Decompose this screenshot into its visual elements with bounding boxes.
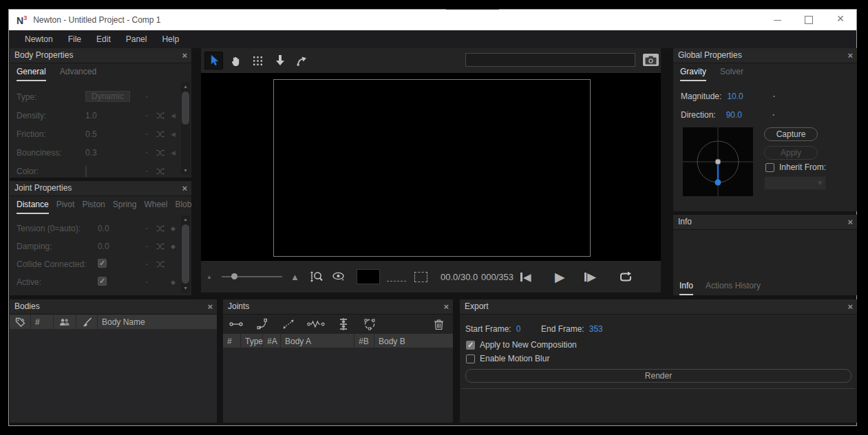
- tab-actions-history[interactable]: Actions History: [706, 281, 761, 295]
- tab-gravity[interactable]: Gravity: [680, 67, 706, 81]
- select-tool-button[interactable]: [204, 52, 223, 70]
- snapshot-camera-button[interactable]: [643, 54, 659, 66]
- capture-button[interactable]: Capture: [764, 127, 818, 141]
- pan-tool-button[interactable]: [226, 52, 245, 70]
- gravity-direction-widget[interactable]: [683, 127, 753, 196]
- distance-joint-icon[interactable]: [229, 319, 244, 330]
- tab-info[interactable]: Info: [679, 281, 693, 295]
- bodies-list[interactable]: [10, 329, 217, 423]
- simulation-canvas[interactable]: [201, 73, 661, 261]
- inherit-from-checkbox[interactable]: [765, 163, 774, 172]
- body-properties-scrollbar[interactable]: ▲ ▼: [181, 83, 190, 175]
- play-button[interactable]: ▶: [555, 261, 565, 293]
- randomize-icon[interactable]: [154, 168, 167, 175]
- tab-solver[interactable]: Solver: [720, 67, 743, 81]
- magnitude-value[interactable]: 10.0: [727, 92, 743, 101]
- collide-connected-checkbox[interactable]: [98, 259, 107, 268]
- zoom-slider-knob[interactable]: [231, 273, 237, 279]
- dashed-line-icon[interactable]: [387, 261, 406, 293]
- keyframe-diamond-icon[interactable]: ◆: [167, 243, 180, 250]
- export-close-icon[interactable]: [847, 299, 853, 314]
- randomize-icon[interactable]: [154, 112, 167, 119]
- menu-edit[interactable]: Edit: [89, 34, 118, 44]
- trash-icon[interactable]: [431, 319, 446, 330]
- prev-keyframe-icon[interactable]: ◀: [167, 131, 180, 138]
- spring-joint-icon[interactable]: [307, 319, 325, 329]
- zoom-in-icon[interactable]: ▲: [290, 261, 299, 293]
- keyframe-diamond-icon[interactable]: ◆: [167, 225, 180, 232]
- render-button[interactable]: Render: [465, 369, 851, 383]
- tab-piston[interactable]: Piston: [82, 200, 105, 214]
- snapshot-name-input[interactable]: [465, 53, 635, 67]
- start-frame-value[interactable]: 0: [516, 324, 521, 334]
- tab-blob[interactable]: Blob: [175, 200, 191, 214]
- menu-help[interactable]: Help: [154, 34, 187, 44]
- menu-newton[interactable]: Newton: [17, 34, 61, 44]
- zoom-slider[interactable]: [222, 261, 282, 293]
- zoom-out-icon[interactable]: ▲: [207, 261, 212, 293]
- blob-joint-icon[interactable]: [362, 317, 377, 331]
- wheel-joint-icon[interactable]: [336, 317, 351, 331]
- gravity-tool-button[interactable]: [271, 52, 289, 70]
- global-properties-close-icon[interactable]: [847, 48, 853, 63]
- step-forward-button[interactable]: ▶: [584, 261, 596, 293]
- end-frame-value[interactable]: 353: [589, 324, 603, 334]
- joints-close-icon[interactable]: [443, 299, 449, 314]
- prev-keyframe-icon[interactable]: ◀: [167, 112, 180, 119]
- joint-properties-close-icon[interactable]: [182, 181, 187, 195]
- visibility-button[interactable]: [332, 261, 346, 293]
- close-button[interactable]: [825, 10, 856, 30]
- randomize-icon[interactable]: [154, 243, 167, 250]
- scroll-down-icon[interactable]: ▼: [181, 167, 190, 174]
- bodies-close-icon[interactable]: [207, 299, 213, 314]
- damping-value[interactable]: 0.0: [98, 242, 140, 251]
- keyframe-dot-icon[interactable]: ·: [772, 110, 775, 120]
- background-color-swatch[interactable]: [357, 261, 380, 293]
- tab-distance[interactable]: Distance: [17, 200, 49, 214]
- prev-keyframe-icon[interactable]: ◀: [167, 149, 180, 156]
- scrollbar-thumb[interactable]: [182, 92, 189, 125]
- loop-button[interactable]: [619, 261, 633, 293]
- apply-to-new-composition-checkbox[interactable]: [466, 341, 475, 350]
- apply-button[interactable]: Apply: [764, 146, 818, 160]
- selection-region-icon[interactable]: [414, 261, 427, 293]
- throw-tool-button[interactable]: [293, 52, 311, 70]
- maximize-button[interactable]: [793, 10, 825, 30]
- scroll-up-icon[interactable]: ▲: [181, 83, 190, 90]
- tab-pivot[interactable]: Pivot: [56, 200, 75, 214]
- menu-file[interactable]: File: [61, 34, 89, 44]
- scroll-up-icon[interactable]: ▲: [181, 216, 190, 223]
- scrollbar-thumb[interactable]: [182, 224, 189, 284]
- type-dropdown[interactable]: Dynamic: [85, 91, 130, 102]
- go-to-start-button[interactable]: ◀: [520, 261, 531, 293]
- bounciness-value[interactable]: 0.3: [85, 148, 140, 158]
- direction-value[interactable]: 90.0: [726, 110, 742, 120]
- menu-panel[interactable]: Panel: [118, 34, 155, 44]
- randomize-icon[interactable]: [154, 225, 167, 232]
- pivot-joint-icon[interactable]: [255, 318, 270, 330]
- tension-value[interactable]: 0.0: [98, 224, 140, 233]
- keyframe-diamond-icon[interactable]: ◆: [167, 279, 180, 286]
- piston-joint-icon[interactable]: [281, 318, 296, 330]
- info-close-icon[interactable]: [847, 215, 853, 229]
- grid-tool-button[interactable]: [248, 52, 267, 70]
- friction-value[interactable]: 0.5: [85, 129, 140, 139]
- tab-wheel[interactable]: Wheel: [144, 200, 167, 214]
- inherit-from-dropdown[interactable]: [764, 176, 826, 190]
- keyframe-dot-icon[interactable]: ·: [773, 92, 776, 101]
- density-value[interactable]: 1.0: [85, 111, 140, 120]
- scroll-down-icon[interactable]: ▼: [181, 285, 190, 292]
- randomize-icon[interactable]: [154, 131, 167, 138]
- body-properties-close-icon[interactable]: [182, 48, 187, 63]
- randomize-icon[interactable]: [154, 261, 167, 268]
- minimize-button[interactable]: [761, 10, 793, 30]
- color-swatch[interactable]: [85, 166, 87, 177]
- tab-advanced[interactable]: Advanced: [60, 67, 96, 81]
- fit-zoom-button[interactable]: [310, 261, 324, 293]
- tab-general[interactable]: General: [17, 67, 46, 81]
- randomize-icon[interactable]: [154, 149, 167, 156]
- tab-spring[interactable]: Spring: [113, 200, 137, 214]
- joint-properties-scrollbar[interactable]: ▲ ▼: [181, 215, 190, 293]
- active-checkbox[interactable]: [98, 277, 107, 286]
- enable-motion-blur-checkbox[interactable]: [466, 354, 475, 363]
